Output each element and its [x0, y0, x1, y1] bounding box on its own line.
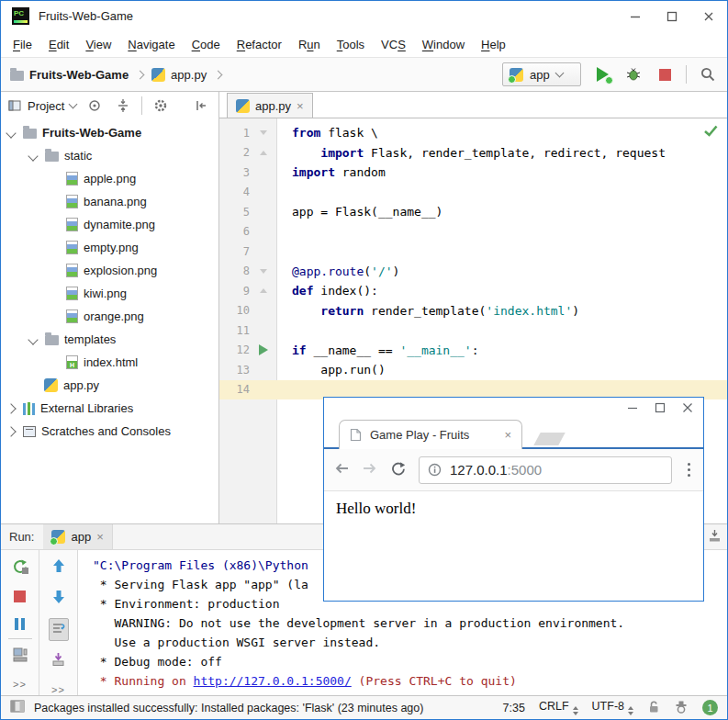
- menu-item-run[interactable]: Run: [290, 35, 329, 54]
- run-button[interactable]: [592, 64, 612, 84]
- run-config-selector[interactable]: app: [502, 62, 581, 86]
- hide-panel-button[interactable]: [191, 96, 211, 116]
- search-everywhere-button[interactable]: [698, 64, 718, 84]
- pause-output-button[interactable]: [15, 618, 25, 630]
- toolwindow-toggle-button[interactable]: [10, 700, 25, 715]
- browser-minimize-button[interactable]: [619, 398, 646, 417]
- more-actions-button[interactable]: >>: [13, 679, 27, 690]
- tree-item-fruits-web-game[interactable]: Fruits-Web-Game: [1, 121, 218, 144]
- browser-close-button[interactable]: [674, 398, 701, 417]
- menu-item-window[interactable]: Window: [414, 35, 473, 54]
- dock-panel-button[interactable]: [707, 528, 722, 546]
- page-icon: [350, 428, 362, 442]
- tree-item-dynamite-png[interactable]: dynamite.png: [1, 213, 218, 236]
- tree-item-banana-png[interactable]: banana.png: [1, 190, 218, 213]
- reload-button[interactable]: [390, 461, 407, 479]
- python-running-icon: [51, 530, 65, 544]
- chevron-expanded-icon[interactable]: [28, 334, 38, 344]
- minimize-button[interactable]: [617, 1, 654, 31]
- rerun-button[interactable]: [12, 558, 28, 575]
- address-bar[interactable]: 127.0.0.1:5000: [419, 456, 672, 484]
- tree-item-templates[interactable]: templates: [1, 328, 218, 351]
- event-log-badge[interactable]: 1: [702, 700, 718, 715]
- down-stack-trace-button[interactable]: [51, 590, 66, 607]
- debug-button[interactable]: [623, 64, 644, 84]
- menu-item-edit[interactable]: Edit: [40, 35, 77, 54]
- breadcrumb-fruits-web-game[interactable]: Fruits-Web-Game: [10, 68, 129, 82]
- line-separator-widget[interactable]: CRLF: [539, 700, 578, 715]
- readonly-lock-button[interactable]: [647, 700, 660, 716]
- close-tab-icon[interactable]: ×: [96, 531, 104, 543]
- console-url-link[interactable]: http://127.0.0.1:5000/: [194, 674, 352, 688]
- tree-item-explosion-png[interactable]: explosion.png: [1, 259, 218, 282]
- more-options-button[interactable]: >>: [51, 684, 65, 695]
- locate-file-button[interactable]: [84, 96, 105, 116]
- folder-icon: [45, 152, 59, 162]
- chevron-collapsed-icon[interactable]: [6, 426, 16, 436]
- menu-item-refactor[interactable]: Refactor: [229, 35, 290, 54]
- chevron-expanded-icon[interactable]: [28, 151, 38, 161]
- menu-item-code[interactable]: Code: [184, 35, 229, 54]
- highlighting-level-button[interactable]: [674, 700, 689, 716]
- menu-item-tools[interactable]: Tools: [329, 35, 373, 54]
- run-tab-app[interactable]: app ×: [43, 524, 112, 549]
- hide-left-icon: [194, 98, 208, 113]
- toolbar-right: app: [502, 62, 718, 86]
- breadcrumb-app-py[interactable]: app.py: [151, 68, 207, 82]
- fold-marker-icon[interactable]: [260, 269, 267, 274]
- menu-item-view[interactable]: View: [77, 35, 119, 54]
- chevron-expanded-icon[interactable]: [6, 128, 16, 138]
- soft-wrap-button[interactable]: [49, 618, 69, 641]
- fold-marker-icon[interactable]: [260, 130, 267, 135]
- tree-item-app-py[interactable]: app.py: [1, 374, 218, 397]
- tree-item-label: External Libraries: [40, 401, 133, 415]
- close-button[interactable]: [690, 1, 727, 31]
- close-tab-icon[interactable]: ×: [504, 429, 511, 441]
- tree-item-index-html[interactable]: Hindex.html: [1, 351, 218, 374]
- encoding-widget[interactable]: UTF-8: [592, 700, 633, 715]
- panel-settings-button[interactable]: [151, 96, 171, 116]
- stop-process-button[interactable]: [14, 591, 26, 602]
- collapse-all-button[interactable]: [113, 96, 133, 116]
- run-panel-title: Run:: [9, 530, 34, 544]
- gutter-fold-column: [250, 344, 276, 355]
- menu-item-file[interactable]: File: [5, 35, 40, 54]
- fold-marker-icon[interactable]: [260, 151, 267, 155]
- menu-item-navigate[interactable]: Navigate: [119, 35, 183, 54]
- close-tab-icon[interactable]: ×: [297, 100, 304, 112]
- fold-marker-icon[interactable]: [260, 288, 267, 293]
- editor-tab-app-py[interactable]: app.py ×: [227, 93, 313, 118]
- tree-item-empty-png[interactable]: empty.png: [1, 236, 218, 259]
- tree-item-apple-png[interactable]: apple.png: [1, 167, 218, 190]
- bug-icon: [625, 66, 642, 83]
- status-message[interactable]: Packages installed successfully: Install…: [34, 702, 423, 714]
- run-toolbar-primary: >>: [1, 550, 39, 695]
- menu-item-vcs[interactable]: VCS: [373, 35, 414, 54]
- cursor-position[interactable]: 7:35: [503, 702, 525, 714]
- stop-button[interactable]: [655, 64, 675, 84]
- console-line: Use a production WSGI server instead.: [93, 633, 727, 652]
- project-view-selector[interactable]: Project: [8, 99, 76, 113]
- up-stack-trace-button[interactable]: [51, 558, 66, 576]
- browser-maximize-button[interactable]: [646, 398, 674, 417]
- back-button[interactable]: [333, 461, 350, 478]
- forward-button[interactable]: [362, 461, 378, 478]
- run-line-marker-icon[interactable]: [259, 344, 268, 355]
- code-text: return render_template('index.html'): [276, 304, 579, 318]
- scroll-to-end-button[interactable]: [50, 652, 66, 670]
- line-number: 6: [219, 225, 250, 238]
- back-arrow-icon: [333, 461, 350, 476]
- tree-item-external-libraries[interactable]: External Libraries: [1, 397, 218, 420]
- restore-layout-button[interactable]: [12, 647, 28, 665]
- new-tab-button[interactable]: [533, 433, 565, 445]
- tree-item-static[interactable]: static: [1, 144, 218, 167]
- browser-menu-button[interactable]: [684, 463, 694, 477]
- browser-tab[interactable]: Game Play - Fruits ×: [339, 420, 522, 449]
- tree-item-orange-png[interactable]: orange.png: [1, 305, 218, 328]
- menu-item-help[interactable]: Help: [473, 35, 514, 54]
- maximize-button[interactable]: [654, 1, 690, 31]
- tree-item-scratches-and-consoles[interactable]: Scratches and Consoles: [1, 420, 218, 443]
- chevron-collapsed-icon[interactable]: [6, 403, 16, 413]
- tree-item-kiwi-png[interactable]: kiwi.png: [1, 282, 218, 305]
- project-panel-title: Project: [28, 99, 64, 113]
